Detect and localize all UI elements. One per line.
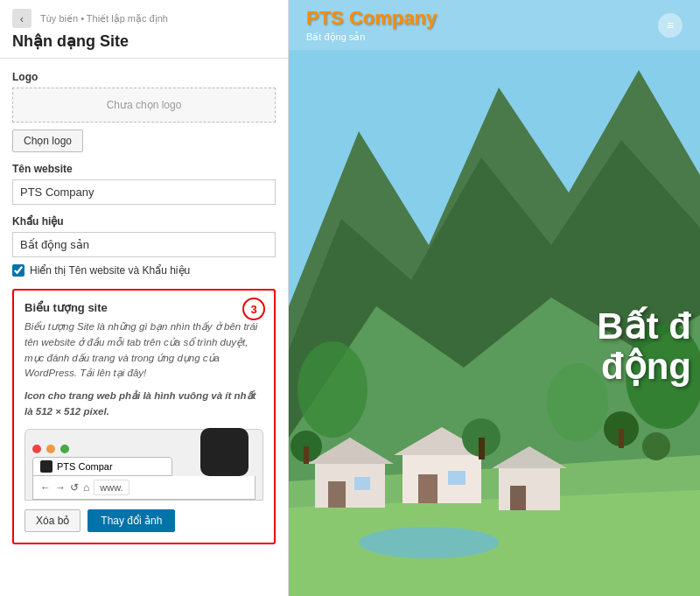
svg-rect-10 — [354, 477, 370, 490]
tab-icon-row: PTS Compar — [32, 435, 256, 476]
back-button[interactable]: ‹ — [12, 9, 32, 28]
favicon-badge: 3 — [242, 298, 265, 320]
right-panel: PTS Company Bất động sản ≡ Bất đ động — [289, 0, 700, 596]
display-checkbox-label: Hiển thị Tên website và Khẩu hiệu — [30, 264, 190, 277]
breadcrumb: ‹ Tùy biến • Thiết lập mặc định — [12, 9, 276, 28]
favicon-icon-large — [200, 428, 248, 476]
svg-point-6 — [359, 527, 499, 558]
change-favicon-button[interactable]: Thay đổi ảnh — [88, 509, 175, 532]
svg-rect-14 — [448, 471, 466, 485]
browser-addressbar: ← → ↺ ⌂ www. — [32, 476, 256, 500]
svg-rect-23 — [619, 429, 624, 448]
title-row: Nhận dạng Site — [12, 32, 276, 51]
svg-rect-17 — [510, 486, 526, 510]
hero-heading-line1: Bất đ — [597, 306, 691, 347]
svg-rect-7 — [315, 464, 385, 508]
svg-rect-19 — [304, 446, 309, 464]
site-name: PTS Company — [306, 7, 437, 30]
site-tagline: Bất động sản — [306, 32, 437, 43]
website-name-input[interactable] — [12, 179, 276, 205]
favicon-title: Biểu tượng site — [24, 301, 263, 314]
dot-yellow — [46, 445, 55, 453]
tagline-input[interactable] — [12, 232, 276, 257]
home-icon: ⌂ — [83, 481, 89, 494]
address-bar[interactable]: www. — [94, 480, 129, 495]
website-name-label: Tên website — [12, 163, 276, 175]
logo-placeholder: Chưa chọn logo — [12, 88, 276, 123]
reload-icon: ↺ — [70, 481, 79, 494]
tagline-label: Khẩu hiệu — [12, 215, 276, 228]
site-logo-area: PTS Company Bất động sản — [306, 7, 437, 43]
delete-favicon-button[interactable]: Xóa bỏ — [24, 509, 80, 532]
choose-logo-button[interactable]: Chọn logo — [12, 130, 83, 152]
panel-body: Logo Chưa chọn logo Chọn logo Tên websit… — [0, 59, 288, 596]
breadcrumb-text: Tùy biến • Thiết lập mặc định — [40, 13, 168, 25]
display-checkbox[interactable] — [12, 264, 24, 277]
logo-label: Logo — [12, 71, 276, 83]
hero-text: Bất đ động — [597, 306, 691, 387]
left-panel: ‹ Tùy biến • Thiết lập mặc định Nhận dạn… — [0, 0, 289, 596]
browser-tab-text: PTS Compar — [57, 461, 113, 472]
browser-dots-row — [32, 445, 200, 453]
tab-favicon-icon — [40, 460, 52, 473]
background-svg — [289, 0, 700, 596]
tab-area: PTS Compar — [32, 445, 200, 476]
display-checkbox-row: Hiển thị Tên website và Khẩu hiệu — [12, 264, 276, 277]
site-preview: PTS Company Bất động sản ≡ Bất đ động — [289, 0, 700, 596]
browser-preview: PTS Compar ← → ↺ ⌂ www. — [24, 429, 263, 501]
nav-circle: ≡ — [658, 13, 682, 38]
favicon-desc-1: Biểu tượng Site là những gì bạn nhìn thấ… — [24, 319, 263, 382]
svg-rect-9 — [328, 481, 346, 508]
back-nav-icon: ← — [40, 481, 51, 494]
favicon-description: Biểu tượng Site là những gì bạn nhìn thấ… — [24, 319, 263, 420]
browser-tab: PTS Compar — [32, 457, 172, 476]
svg-rect-13 — [418, 474, 438, 503]
favicon-desc-2: Icon cho trang web phải là hình vuông và… — [24, 389, 263, 420]
dot-green — [60, 445, 69, 453]
svg-rect-11 — [402, 455, 481, 503]
site-header-bar: PTS Company Bất động sản ≡ — [289, 0, 700, 50]
forward-nav-icon: → — [55, 481, 66, 494]
hero-heading-line2: động — [597, 347, 691, 387]
favicon-section: Biểu tượng site 3 Biểu tượng Site là nhữ… — [12, 289, 276, 544]
svg-rect-15 — [499, 468, 560, 510]
logo-placeholder-text: Chưa chọn logo — [107, 99, 182, 111]
svg-point-25 — [298, 341, 368, 438]
favicon-buttons: Xóa bỏ Thay đổi ảnh — [24, 509, 263, 532]
dot-red — [32, 445, 41, 453]
svg-point-24 — [642, 432, 670, 460]
panel-header: ‹ Tùy biến • Thiết lập mặc định Nhận dạn… — [0, 0, 288, 59]
page-title: Nhận dạng Site — [12, 32, 129, 51]
svg-rect-21 — [479, 438, 485, 459]
